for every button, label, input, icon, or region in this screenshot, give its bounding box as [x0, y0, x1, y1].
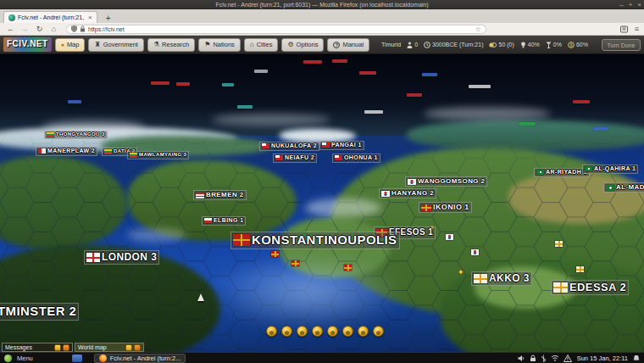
city-flag-arab-icon [585, 166, 592, 171]
url-bar[interactable]: https://fciv.net ☆ [66, 25, 486, 34]
city-label-bremen[interactable]: BREMEN 2 [193, 190, 247, 200]
turn-done-button[interactable]: Turn Done [602, 39, 641, 51]
city-name-text: NEIAFU 2 [285, 154, 314, 162]
minimize-button[interactable]: – [619, 2, 623, 8]
tab-options[interactable]: ⚙ Options [281, 38, 324, 52]
distant-city-marker [176, 82, 190, 86]
tab-manual[interactable]: ? Manual [327, 38, 369, 52]
distant-city-marker [422, 73, 437, 76]
unit-action-button-order-5[interactable] [327, 326, 338, 337]
city-name-text: WANGGOMSONG 2 [418, 177, 485, 186]
city-label-wanggomsong[interactable]: WANGGOMSONG 2 [405, 176, 487, 187]
city-label-akko[interactable]: AKKO 3 [471, 271, 532, 286]
luxury-stat: 0% [546, 42, 562, 48]
bookmark-star-icon[interactable]: ☆ [475, 25, 481, 33]
tab-government[interactable]: ♜ Government [88, 38, 143, 52]
reload-icon[interactable]: ↻ [34, 25, 45, 33]
tab-cities[interactable]: ⌂ Cities [244, 38, 279, 52]
unit-action-button-order-8[interactable] [373, 326, 384, 337]
unit-flag-byzantine-icon[interactable] [344, 265, 352, 271]
close-button[interactable]: × [637, 2, 641, 8]
unit-action-button-order-7[interactable] [358, 326, 369, 337]
taskbar-clock[interactable]: Sun 15 Jan, 22:11 [577, 355, 628, 362]
city-flag-korea-icon [408, 179, 416, 185]
bluetooth-icon[interactable] [541, 355, 547, 362]
distant-city-marker [573, 100, 590, 103]
home-icon[interactable]: ⌂ [48, 25, 59, 33]
unit-flag-korea-icon[interactable] [446, 234, 453, 240]
downloads-library-icon[interactable] [620, 25, 628, 33]
island-west [0, 156, 127, 249]
city-label-hanyang[interactable]: HANYANG 2 [379, 188, 436, 198]
tab-research[interactable]: ⚗ Research [147, 38, 195, 52]
city-label-nukualofa[interactable]: NUKUALOFA 2 [259, 142, 319, 151]
unit-action-button-order-3[interactable] [297, 326, 308, 337]
unit-flag-korea-icon[interactable] [471, 249, 479, 255]
start-menu-label[interactable]: Menu [17, 355, 33, 362]
wifi-icon[interactable] [551, 355, 559, 361]
screen: Fciv.net - Andrei (turn:21, port:6031) —… [0, 0, 644, 363]
tab-nations[interactable]: ⚑ Nations [198, 38, 241, 52]
desert-patch [508, 173, 644, 224]
unit-action-button-order-1[interactable] [266, 326, 277, 337]
distant-city-marker [407, 93, 422, 97]
messages-close-icon[interactable] [63, 344, 69, 351]
warning-icon[interactable] [564, 355, 572, 362]
unit-action-button-order-6[interactable] [342, 326, 353, 337]
sailboat-unit[interactable] [197, 293, 204, 301]
os-taskbar: Menu Fciv.net - Andrei (turn:2... Sun 15… [0, 352, 644, 363]
lock-icon[interactable] [530, 355, 536, 362]
distant-city-marker [593, 127, 608, 131]
map-viewport[interactable]: ✦ ✦ Messages World map THONGYANGOU 3MANE… [0, 54, 644, 352]
distant-city-marker [469, 85, 491, 88]
unit-flag-byzantine-icon[interactable] [271, 251, 279, 257]
city-flag-myanmar-icon [47, 132, 54, 137]
world-map-panel-tab[interactable]: World map [75, 343, 144, 352]
taskbar-window-button[interactable]: Fciv.net - Andrei (turn:2... [94, 354, 186, 363]
browser-tab[interactable]: Fciv.net - Andrei (turn:21, × [3, 11, 97, 23]
maximize-button[interactable]: + [629, 2, 633, 8]
city-label-ikonio[interactable]: IKONIO 1 [419, 202, 472, 213]
unit-flag-crusader-icon[interactable] [576, 266, 584, 272]
city-label-pangai[interactable]: PANGAI 1 [319, 141, 364, 150]
volume-icon[interactable] [518, 355, 525, 362]
unit-flag-byzantine-icon[interactable] [291, 260, 299, 266]
messages-panel-tab[interactable]: Messages [2, 343, 73, 352]
city-label-edessa[interactable]: EDESSA 2 [551, 280, 629, 295]
city-label-elbing[interactable]: ELBING 1 [202, 216, 246, 226]
start-menu-icon[interactable] [4, 355, 12, 362]
hamburger-menu-icon[interactable]: ≡ [635, 25, 639, 33]
city-label-thongyangou[interactable]: THONGYANGOU 3 [44, 131, 108, 139]
forward-icon[interactable]: → [19, 25, 31, 33]
city-name-text: KONSTANTINOUPOLIS [252, 232, 397, 249]
city-label-mawlamyaing[interactable]: MAWLAMYAING 3 [127, 151, 189, 159]
city-label-neiafu[interactable]: NEIAFU 2 [273, 154, 317, 163]
tab-close-icon[interactable]: × [88, 14, 92, 21]
city-name-text: IKONIO 1 [433, 203, 469, 212]
back-icon[interactable]: ← [5, 25, 16, 33]
url-text[interactable]: https://fciv.net [88, 26, 125, 32]
status-bar: Timurid 0 3000BCE (Turn:21) 50 (0) 40% 0… [381, 42, 588, 48]
city-label-tminster[interactable]: TMINSTER 2 [0, 303, 79, 321]
unit-action-button-order-2[interactable] [281, 326, 292, 337]
fciv-logo[interactable]: FCIV.NET [3, 37, 52, 52]
city-label-london[interactable]: LONDON 3 [84, 250, 159, 265]
city-label-al-qahira[interactable]: AL-QAHIRA 1 [582, 165, 638, 174]
city-label-konstantinoupolis[interactable]: KONSTANTINOUPOLIS [230, 232, 400, 249]
unit-action-button-order-4[interactable] [312, 326, 323, 337]
city-label-ohonua[interactable]: OHONUA 1 [332, 154, 380, 163]
city-label-ar-riyadh[interactable]: AR-RIYADH 1 [534, 168, 590, 177]
city-label-al-mad[interactable]: AL-MAD [603, 182, 644, 193]
new-tab-button[interactable]: + [103, 14, 114, 23]
city-label-manerplaw[interactable]: MANERPLAW 2 [36, 147, 97, 156]
world-map-close-icon[interactable] [134, 344, 141, 351]
world-map-collapse-icon[interactable] [125, 344, 132, 351]
messages-collapse-icon[interactable] [54, 344, 61, 351]
notifications-bell-icon[interactable] [633, 355, 640, 362]
distant-city-marker [364, 110, 383, 114]
tab-map[interactable]: ● Map [55, 38, 86, 52]
city-name-text: THONGYANGOU 3 [56, 131, 105, 138]
unit-flag-crusader-icon[interactable] [555, 241, 563, 247]
workspace-switcher-icon[interactable] [72, 355, 82, 362]
tax-value: 60% [576, 42, 588, 47]
